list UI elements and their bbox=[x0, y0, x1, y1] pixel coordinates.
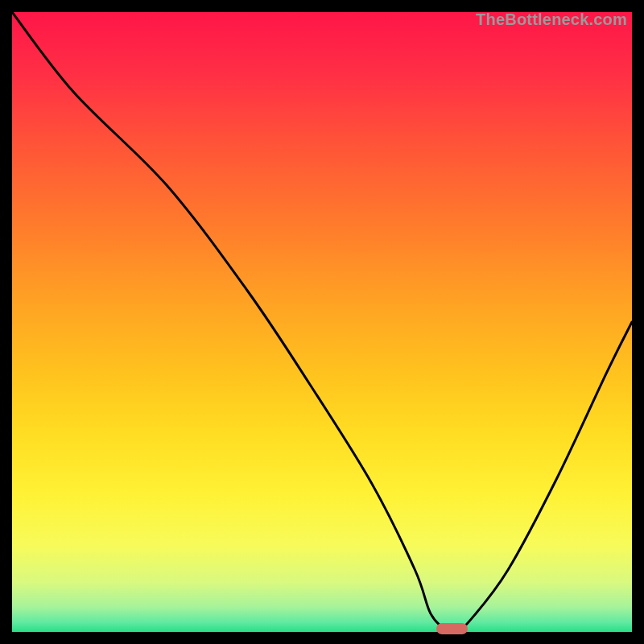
chart-frame: TheBottleneck.com bbox=[12, 12, 632, 632]
watermark: TheBottleneck.com bbox=[476, 10, 627, 29]
bottleneck-curve bbox=[12, 12, 632, 632]
optimal-marker bbox=[436, 623, 468, 634]
